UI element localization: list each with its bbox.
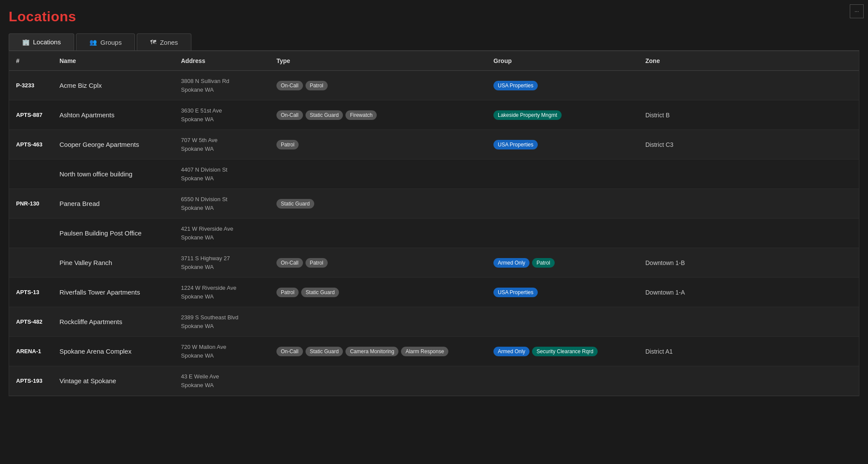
group-tag: Security Clearance Rqrd [532, 347, 598, 356]
cell-id: PNR-130 [9, 189, 53, 219]
table-header-row: # Name Address Type Group Zone [9, 51, 859, 71]
cell-address: 43 E Weile AveSpokane WA [174, 366, 270, 396]
cell-name: Acme Biz Cplx [53, 71, 174, 100]
group-tag: Armed Only [493, 258, 529, 268]
table-row[interactable]: APTS-13Riverfalls Tower Apartments1224 W… [9, 278, 859, 307]
table-row[interactable]: APTS-482Rockcliffe Apartments2389 S Sout… [9, 307, 859, 337]
cell-zone: District A1 [638, 337, 859, 366]
cell-name: North town office building [53, 159, 174, 189]
cell-address: 421 W Riverside AveSpokane WA [174, 219, 270, 248]
table-row[interactable]: North town office building4407 N Divisio… [9, 159, 859, 189]
cell-type: On-CallPatrol [270, 248, 487, 278]
table-row[interactable]: APTS-193Vintage at Spokane43 E Weile Ave… [9, 366, 859, 396]
cell-group: Armed OnlyPatrol [487, 248, 638, 278]
tab-locations[interactable]: 🏢 Locations [9, 33, 74, 50]
cell-address: 3711 S Highway 27Spokane WA [174, 248, 270, 278]
cell-zone: Downtown 1-B [638, 248, 859, 278]
table-row[interactable]: Pine Valley Ranch3711 S Highway 27Spokan… [9, 248, 859, 278]
cell-group: USA Properties [487, 130, 638, 159]
cell-group: Lakeside Property Mngmt [487, 100, 638, 130]
cell-name: Ashton Apartments [53, 100, 174, 130]
cell-name: Spokane Arena Complex [53, 337, 174, 366]
cell-id [9, 219, 53, 248]
cell-name: Paulsen Building Post Office [53, 219, 174, 248]
table-row[interactable]: PNR-130Panera Bread6550 N Division StSpo… [9, 189, 859, 219]
cell-address: 720 W Mallon AveSpokane WA [174, 337, 270, 366]
cell-group [487, 366, 638, 396]
cell-type: Patrol [270, 130, 487, 159]
cell-type: Static Guard [270, 189, 487, 219]
cell-name: Panera Bread [53, 189, 174, 219]
type-tag: Firewatch [345, 110, 377, 120]
table-row[interactable]: APTS-463Cooper George Apartments707 W 5t… [9, 130, 859, 159]
cell-group: Armed OnlySecurity Clearance Rqrd [487, 337, 638, 366]
cell-address: 4407 N Division StSpokane WA [174, 159, 270, 189]
cell-zone [638, 366, 859, 396]
col-header-name: Name [53, 51, 174, 71]
cell-zone [638, 189, 859, 219]
type-tag: Patrol [276, 140, 299, 149]
page-title: Locations [9, 9, 859, 25]
cell-id: ARENA-1 [9, 337, 53, 366]
cell-address: 1224 W Riverside AveSpokane WA [174, 278, 270, 307]
cell-zone: Downtown 1-A [638, 278, 859, 307]
cell-type: On-CallPatrol [270, 71, 487, 100]
group-tag: USA Properties [493, 288, 538, 297]
cell-type [270, 159, 487, 189]
tab-groups[interactable]: 👥 Groups [76, 33, 135, 50]
cell-group [487, 307, 638, 337]
cell-zone [638, 219, 859, 248]
cell-id [9, 248, 53, 278]
type-tag: Static Guard [306, 110, 343, 120]
cell-zone: District C3 [638, 130, 859, 159]
type-tag: On-Call [276, 347, 303, 356]
cell-id: APTS-13 [9, 278, 53, 307]
tab-zones-label: Zones [160, 39, 178, 46]
type-tag: Patrol [306, 81, 328, 90]
cell-name: Pine Valley Ranch [53, 248, 174, 278]
cell-group: USA Properties [487, 71, 638, 100]
cell-id: APTS-193 [9, 366, 53, 396]
type-tag: On-Call [276, 110, 303, 120]
cell-name: Riverfalls Tower Apartments [53, 278, 174, 307]
cell-group: USA Properties [487, 278, 638, 307]
cell-group [487, 159, 638, 189]
cell-address: 3630 E 51st AveSpokane WA [174, 100, 270, 130]
cell-id: P-3233 [9, 71, 53, 100]
cell-zone [638, 159, 859, 189]
groups-tab-icon: 👥 [89, 39, 97, 46]
table-row[interactable]: P-3233Acme Biz Cplx3808 N Sullivan RdSpo… [9, 71, 859, 100]
type-tag: Alarm Response [401, 347, 448, 356]
cell-name: Rockcliffe Apartments [53, 307, 174, 337]
tab-groups-label: Groups [100, 39, 122, 46]
tab-zones[interactable]: 🗺 Zones [137, 33, 191, 50]
cell-address: 6550 N Division StSpokane WA [174, 189, 270, 219]
cell-name: Cooper George Apartments [53, 130, 174, 159]
cell-zone: District B [638, 100, 859, 130]
group-tag: USA Properties [493, 81, 538, 90]
cell-type: PatrolStatic Guard [270, 278, 487, 307]
col-header-zone: Zone [638, 51, 859, 71]
cell-id: APTS-482 [9, 307, 53, 337]
group-tag: USA Properties [493, 140, 538, 149]
cell-name: Vintage at Spokane [53, 366, 174, 396]
cell-type [270, 366, 487, 396]
cell-type [270, 219, 487, 248]
table-row[interactable]: Paulsen Building Post Office421 W Rivers… [9, 219, 859, 248]
group-tag: Lakeside Property Mngmt [493, 110, 562, 120]
locations-table: # Name Address Type Group Zone P-3233Acm… [9, 51, 859, 396]
type-tag: Static Guard [301, 288, 339, 297]
type-tag: On-Call [276, 258, 303, 268]
cell-address: 3808 N Sullivan RdSpokane WA [174, 71, 270, 100]
cell-address: 707 W 5th AveSpokane WA [174, 130, 270, 159]
cell-group [487, 219, 638, 248]
cell-type: On-CallStatic GuardCamera MonitoringAlar… [270, 337, 487, 366]
locations-tab-icon: 🏢 [22, 39, 30, 46]
table-row[interactable]: APTS-887Ashton Apartments3630 E 51st Ave… [9, 100, 859, 130]
cell-zone [638, 71, 859, 100]
table-row[interactable]: ARENA-1Spokane Arena Complex720 W Mallon… [9, 337, 859, 366]
locations-table-wrapper: # Name Address Type Group Zone P-3233Acm… [9, 51, 859, 396]
window-controls-button[interactable]: ··· [850, 4, 864, 18]
col-header-id: # [9, 51, 53, 71]
cell-zone [638, 307, 859, 337]
